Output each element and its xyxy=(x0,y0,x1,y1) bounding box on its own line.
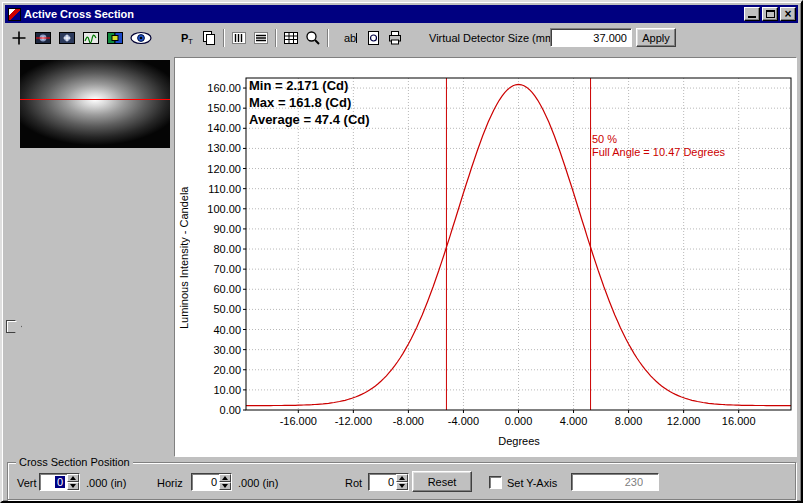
maximize-button[interactable] xyxy=(762,7,778,21)
crosshair-tool-button[interactable] xyxy=(8,28,30,48)
zoom-icon xyxy=(305,30,321,46)
horiz-value: 0 xyxy=(192,474,219,490)
vert-label: Vert xyxy=(17,477,37,489)
svg-text:80.00: 80.00 xyxy=(213,243,241,255)
vert-value: 0 xyxy=(40,474,67,490)
toolbar-separator xyxy=(327,29,329,47)
down-arrow-icon xyxy=(222,484,228,488)
svg-text:120.00: 120.00 xyxy=(207,163,241,175)
chart-toolbar: P T xyxy=(176,28,406,48)
copy-icon xyxy=(201,30,217,46)
window: Active Cross Section × xyxy=(0,0,803,503)
title-bar[interactable]: Active Cross Section × xyxy=(5,5,798,23)
profile-icon: P T xyxy=(179,30,195,46)
camera-image-icon xyxy=(34,30,52,46)
cross-section-line[interactable] xyxy=(20,99,170,100)
view-toolbar xyxy=(8,28,154,48)
columns-icon xyxy=(231,30,247,46)
svg-text:160.00: 160.00 xyxy=(207,82,241,94)
apply-button[interactable]: Apply xyxy=(636,28,676,47)
up-arrow-icon xyxy=(399,476,405,480)
toolbar-separator xyxy=(223,29,225,47)
svg-text:140.00: 140.00 xyxy=(207,122,241,134)
grid-view-button[interactable] xyxy=(280,28,302,48)
svg-text:130.00: 130.00 xyxy=(207,142,241,154)
print-icon xyxy=(387,30,403,46)
vert-spinner-up[interactable] xyxy=(67,474,79,482)
cross-section-position-group: Cross Section Position Vert 0 .000 (in) … xyxy=(7,462,796,500)
beam-image[interactable] xyxy=(20,60,170,148)
set-y-axis-label: Set Y-Axis xyxy=(507,477,557,489)
up-arrow-icon xyxy=(222,476,228,480)
maximize-icon xyxy=(766,10,775,18)
svg-text:0.00: 0.00 xyxy=(220,404,241,416)
palette-icon xyxy=(106,30,124,46)
overlay-icon xyxy=(58,30,76,46)
set-y-axis-checkbox[interactable] xyxy=(489,476,502,489)
rot-spinner[interactable]: 0 xyxy=(368,473,409,491)
annotate-icon: ab xyxy=(343,30,359,46)
vert-unit: .000 (in) xyxy=(86,477,126,489)
down-arrow-icon xyxy=(70,484,76,488)
reset-button[interactable]: Reset xyxy=(412,471,472,492)
rot-label: Rot xyxy=(345,477,362,489)
up-arrow-icon xyxy=(70,476,76,480)
vert-spinner[interactable]: 0 xyxy=(39,473,80,491)
rot-value: 0 xyxy=(369,474,396,490)
vertical-position-slider[interactable] xyxy=(6,320,22,333)
horiz-spinner-down[interactable] xyxy=(219,482,231,490)
close-button[interactable]: × xyxy=(780,7,796,21)
minimize-button[interactable] xyxy=(744,7,760,21)
copy-button[interactable] xyxy=(198,28,220,48)
svg-text:-12.000: -12.000 xyxy=(335,415,372,427)
svg-text:10.00: 10.00 xyxy=(213,384,241,396)
svg-text:150.00: 150.00 xyxy=(207,102,241,114)
rows-icon xyxy=(253,30,269,46)
minimize-icon xyxy=(748,16,756,18)
rot-spinner-up[interactable] xyxy=(396,474,408,482)
eye-icon xyxy=(129,30,153,46)
row-profile-button[interactable] xyxy=(250,28,272,48)
horiz-spinner-up[interactable] xyxy=(219,474,231,482)
fringe-button[interactable] xyxy=(80,28,102,48)
horiz-label: Horiz xyxy=(157,477,183,489)
preview-icon xyxy=(365,30,381,46)
group-label: Cross Section Position xyxy=(16,456,133,468)
palette-button[interactable] xyxy=(104,28,126,48)
svg-text:50.00: 50.00 xyxy=(213,303,241,315)
svg-text:8.000: 8.000 xyxy=(615,415,643,427)
close-icon: × xyxy=(784,9,791,19)
detector-size-label: Virtual Detector Size (mm) xyxy=(429,32,558,44)
horiz-spinner[interactable]: 0 xyxy=(191,473,232,491)
zoom-button[interactable] xyxy=(302,28,324,48)
svg-text:-8.000: -8.000 xyxy=(393,415,424,427)
svg-text:20.00: 20.00 xyxy=(213,364,241,376)
svg-text:30.00: 30.00 xyxy=(213,344,241,356)
print-preview-button[interactable] xyxy=(362,28,384,48)
column-profile-button[interactable] xyxy=(228,28,250,48)
stats-annotations: Min = 2.171 (Cd) Max = 161.8 (Cd) Averag… xyxy=(249,77,370,128)
svg-text:T: T xyxy=(188,37,193,46)
full-angle-annotation: Full Angle = 10.47 Degrees xyxy=(592,146,725,159)
svg-text:-16.000: -16.000 xyxy=(280,415,317,427)
rot-spinner-down[interactable] xyxy=(396,482,408,490)
toolbar-separator xyxy=(275,29,277,47)
toolbar: P T xyxy=(5,25,798,52)
annotate-button[interactable]: ab xyxy=(340,28,362,48)
profile-button[interactable]: P T xyxy=(176,28,198,48)
print-button[interactable] xyxy=(384,28,406,48)
svg-text:110.00: 110.00 xyxy=(208,183,241,195)
vert-spinner-down[interactable] xyxy=(67,482,79,490)
horiz-unit: .000 (in) xyxy=(238,477,278,489)
y-axis-value-field[interactable] xyxy=(571,473,659,491)
svg-text:60.00: 60.00 xyxy=(213,283,241,295)
overlay-button[interactable] xyxy=(56,28,78,48)
crosshair-icon xyxy=(11,30,27,46)
down-arrow-icon xyxy=(399,484,405,488)
app-icon xyxy=(8,8,21,21)
detector-size-input[interactable] xyxy=(550,28,632,47)
chart-panel: 0.0010.0020.0030.0040.0050.0060.0070.008… xyxy=(174,57,797,457)
svg-text:12.000: 12.000 xyxy=(667,415,701,427)
visibility-button[interactable] xyxy=(128,28,154,48)
camera-image-button[interactable] xyxy=(32,28,54,48)
